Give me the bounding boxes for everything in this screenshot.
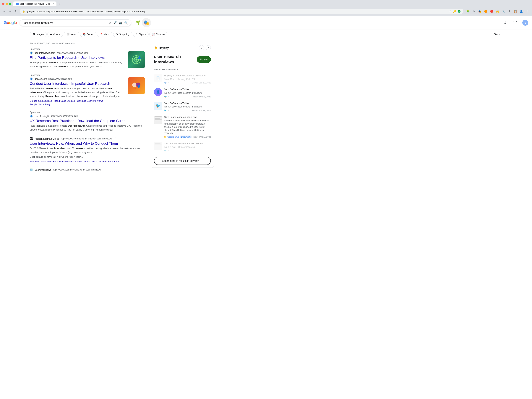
flights-label: Flights: [139, 33, 146, 36]
heyday-footer: See 9 more in results in Heyday →: [151, 154, 214, 168]
ext-icon-1[interactable]: 🧩: [465, 9, 470, 14]
traffic-light-yellow[interactable]: [6, 3, 8, 5]
heyday-leaf-icon: 🤚: [154, 46, 158, 50]
result-favicon-4: NN: [30, 137, 33, 140]
tab-close-icon[interactable]: ×: [53, 3, 54, 5]
heyday-heart-icon-1: 💙: [164, 82, 167, 84]
result-source-1: 🔵 userinterviews.com https://www.userint…: [30, 51, 126, 55]
traffic-light-red[interactable]: [2, 3, 5, 5]
refresh-button[interactable]: ↻: [14, 9, 18, 14]
search-result-1: Sponsored 🔵 userinterviews.com https://w…: [30, 48, 145, 69]
filter-images[interactable]: 🖼 Images: [30, 32, 47, 37]
profile-icon[interactable]: 🔑: [453, 10, 456, 13]
sublink-why-fail[interactable]: Why User Interviews Fail: [30, 160, 57, 163]
ext-icon-3[interactable]: 🎭: [477, 9, 482, 14]
menu-icon[interactable]: ⋮: [525, 9, 530, 14]
result-more-2[interactable]: ⋮: [74, 77, 77, 81]
apps-button[interactable]: ⋮⋮: [510, 20, 519, 26]
videos-label: Videos: [53, 33, 60, 36]
heyday-result-title-5: The process I used for 200+ user res...: [164, 142, 211, 145]
ext-icon-5[interactable]: 🔴: [489, 9, 494, 14]
search-filters: 🖼 Images ▶ Videos 📰 News 📚 Books 📍 Maps …: [0, 30, 532, 39]
ext-icon-7[interactable]: 🔧: [501, 9, 506, 14]
filter-finance[interactable]: 📈 Finance: [149, 32, 167, 37]
sublink-nn-logo[interactable]: Nielsen Norman Group logo: [58, 160, 89, 163]
sublink-critical[interactable]: Critical Incident Technique: [91, 160, 119, 163]
browser-tab[interactable]: user research interviews - Goo ×: [13, 1, 57, 6]
heyday-result-snippet-3: I've run 200+ user research interviews: [164, 105, 211, 108]
sublink-guides[interactable]: Guides & Resources: [30, 99, 52, 102]
heyday-header-ghost[interactable]: 🎭: [142, 18, 151, 27]
image-search-button[interactable]: 📷: [119, 21, 122, 25]
ext-icon-2[interactable]: ⚙: [471, 9, 476, 14]
twitter-icon-3: 🐦: [164, 109, 167, 112]
tools-button[interactable]: Tools: [492, 32, 502, 37]
filter-flights[interactable]: ✈ Flights: [133, 32, 149, 37]
ext-icon-8[interactable]: ⬇: [507, 9, 512, 14]
search-result-2: Sponsored 🔵 dscout.com https://www.dscou…: [30, 74, 145, 106]
new-tab-button[interactable]: +: [57, 1, 62, 6]
filter-shopping[interactable]: 🛍 Shopping: [113, 32, 132, 37]
ext-icon-6[interactable]: 🙌: [495, 9, 500, 14]
filter-maps[interactable]: 📍 Maps: [97, 32, 112, 37]
heyday-sidebar-header: 🤚 Heyday ? ×: [151, 42, 214, 53]
extension-icon[interactable]: 🐉: [458, 10, 461, 13]
svg-text:👤: 👤: [138, 56, 141, 59]
heyday-see-more-arrow: →: [200, 159, 203, 162]
ext-icon-9[interactable]: 📋: [513, 9, 518, 14]
search-input[interactable]: [23, 21, 107, 24]
images-label: Images: [36, 33, 44, 36]
gdrive-icon-4: 📁: [164, 136, 167, 138]
google-logo[interactable]: Google: [4, 20, 17, 25]
result-url-5: https://www.userinterviews.com › user-in…: [53, 169, 101, 171]
result-source-5: 👥 User Interviews https://www.userinterv…: [30, 168, 145, 172]
heyday-thumb-3: 🐦: [154, 102, 162, 110]
result-title-2[interactable]: Conduct User Interviews - Impactful User…: [30, 81, 126, 86]
news-label: News: [70, 33, 76, 36]
filter-videos[interactable]: ▶ Videos: [47, 32, 63, 37]
result-site-3: UserTesting®: [35, 115, 49, 118]
result-sublinks-2: Guides & Resources · Read Case Studies ·…: [30, 99, 126, 106]
traffic-light-green[interactable]: [9, 3, 11, 5]
heyday-close-button[interactable]: ×: [206, 45, 211, 50]
lock-icon: 🔒: [22, 10, 25, 13]
sublink-sep-4b: ·: [89, 160, 90, 163]
heyday-thumb-2: 👤: [154, 88, 162, 96]
heyday-result-subtitle-1: Team Memo, January 29th, 2021: [164, 78, 211, 81]
result-more-1[interactable]: ⋮: [90, 51, 93, 55]
heyday-help-button[interactable]: ?: [199, 45, 204, 50]
heyday-result-content-2: Sam DeBrule on Twitter I've run 200+ use…: [164, 88, 211, 98]
filter-books[interactable]: 📚 Books: [80, 32, 96, 37]
settings-button[interactable]: ⚙: [502, 20, 507, 26]
result-title-4[interactable]: User Interviews: How, When, and Why to C…: [30, 141, 145, 146]
voice-search-button[interactable]: 🎤: [113, 21, 117, 25]
heyday-result-meta-3: 🐦 ↗ Viewed Mar 29, 2022: [164, 109, 211, 112]
forward-button[interactable]: →: [8, 9, 13, 14]
ext-icon-4[interactable]: 🟠: [483, 9, 488, 14]
back-button[interactable]: ←: [2, 9, 7, 14]
sublink-conduct[interactable]: Conduct User Interviews: [77, 99, 103, 102]
heyday-thumb-4: [154, 116, 162, 124]
filter-news[interactable]: 📰 News: [64, 32, 79, 37]
search-result-4: NN Nielsen Norman Group https://www.nngr…: [30, 137, 145, 163]
search-submit-button[interactable]: 🔍: [124, 21, 128, 25]
heyday-logo: 🤚 Heyday: [154, 46, 169, 50]
result-title-1[interactable]: Find Participants for Research - User In…: [30, 55, 126, 60]
sublink-case-studies[interactable]: Read Case Studies: [54, 99, 75, 102]
heyday-follow-button[interactable]: Follow: [197, 56, 211, 63]
address-bar[interactable]: 🔒 google.com/search?q=user+research+inte…: [19, 9, 464, 14]
result-more-4[interactable]: ⋮: [114, 137, 117, 141]
heyday-plant-icon: 🌱: [136, 20, 141, 25]
heyday-see-more-button[interactable]: See 9 more in results in Heyday →: [154, 157, 211, 165]
result-more-3[interactable]: ⋮: [81, 114, 84, 118]
result-favicon-5: 👥: [30, 168, 33, 171]
finance-icon: 📈: [152, 33, 155, 36]
bookmark-icon[interactable]: ☆: [449, 10, 452, 13]
ext-icon-10[interactable]: 👤: [519, 9, 524, 14]
heyday-header-area: 🌱 🎭: [136, 18, 151, 27]
user-avatar[interactable]: S: [522, 20, 528, 26]
clear-search-button[interactable]: ✕: [109, 21, 111, 25]
result-more-5[interactable]: ⋮: [103, 168, 106, 172]
result-title-3[interactable]: UX Research Best Practices - Download th…: [30, 119, 145, 123]
sublink-people-nerds[interactable]: People Nerds Blog: [30, 103, 50, 106]
